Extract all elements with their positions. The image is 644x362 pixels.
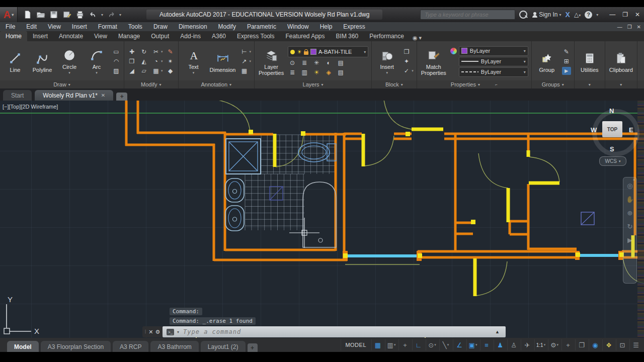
dialog-launcher-icon[interactable]: ⌐: [495, 82, 498, 87]
menu-format[interactable]: Format: [93, 23, 123, 30]
ribbon-tab-featured-apps[interactable]: Featured Apps: [280, 31, 330, 41]
edit-block-tool-icon[interactable]: ✦: [402, 57, 411, 65]
plot-icon[interactable]: [75, 10, 85, 20]
ribbon-tab-annotate[interactable]: Annotate: [53, 31, 89, 41]
steering-wheel-icon[interactable]: ◎: [627, 183, 632, 189]
redo-icon[interactable]: [106, 10, 116, 20]
menu-file[interactable]: File: [0, 23, 21, 30]
create-block-tool-icon[interactable]: ❐: [402, 48, 411, 56]
clean-screen-icon[interactable]: ⊡: [616, 339, 628, 350]
new-file-icon[interactable]: [23, 10, 33, 20]
layout-tab-a3-rcp[interactable]: A3 RCP: [113, 341, 148, 352]
chevron-down-icon[interactable]: ▾: [524, 49, 526, 53]
layer-on-icon[interactable]: ☀: [312, 68, 321, 76]
sign-in-button[interactable]: Sign In ▾: [532, 11, 561, 18]
close-button[interactable]: ✕: [635, 11, 640, 18]
zoom-icon[interactable]: ⊕: [627, 210, 633, 216]
copy-tool-icon[interactable]: ❐: [127, 57, 136, 65]
layer-off-icon[interactable]: ✳: [312, 59, 321, 67]
ribbon-tab-manage[interactable]: Manage: [113, 31, 145, 41]
layout-tab-a3-floorplan-section[interactable]: A3 Floorplan Section: [41, 341, 111, 352]
group-button[interactable]: Group: [535, 49, 559, 73]
orbit-icon[interactable]: ↻: [627, 223, 633, 230]
panel-title-groups[interactable]: Groups▾: [532, 80, 574, 88]
menu-help[interactable]: Help: [314, 23, 338, 30]
wcs-menu[interactable]: WCS▾: [599, 156, 626, 166]
move-tool-icon[interactable]: ✚: [127, 48, 136, 56]
chevron-down-icon[interactable]: ▾: [161, 69, 163, 73]
snap-mode-icon[interactable]: ▥▾: [385, 339, 397, 350]
ortho-mode-icon[interactable]: ∟: [412, 339, 425, 350]
layer-color-swatch[interactable]: [310, 49, 316, 55]
close-icon[interactable]: ✕: [101, 93, 105, 98]
mirror-tool-icon[interactable]: ◭: [139, 57, 148, 65]
grid-display-icon[interactable]: ▦: [371, 339, 384, 350]
layer-thaw-icon[interactable]: ☀: [297, 50, 302, 54]
help-search-box[interactable]: [420, 10, 515, 20]
command-input[interactable]: [182, 328, 492, 336]
view-button[interactable]: View: [640, 49, 644, 73]
new-layout-button[interactable]: +: [248, 343, 258, 352]
lineweight-display-icon[interactable]: ≡: [480, 339, 493, 350]
trim-tool-icon[interactable]: ✂: [151, 48, 160, 56]
wrench-icon[interactable]: ⚙: [155, 329, 160, 335]
offset-tool-icon[interactable]: ◆: [166, 67, 175, 75]
layer-lock-icon[interactable]: ◐: [324, 59, 333, 67]
ribbon-display-options[interactable]: ◉ ▾: [413, 35, 422, 41]
chevron-down-icon[interactable]: ▾: [101, 13, 103, 17]
isolate-objects-icon[interactable]: ❖: [602, 339, 615, 350]
linetype-dropdown[interactable]: ByLayer▾: [459, 67, 528, 77]
isometric-drafting-icon[interactable]: ╲▾: [439, 339, 452, 350]
object-color-dropdown[interactable]: ByLayer▾: [459, 46, 528, 56]
viewcube-south[interactable]: S: [610, 145, 614, 153]
layer-walk-icon[interactable]: ▤: [336, 68, 345, 76]
panel-title-annotation[interactable]: Annotation▾: [179, 80, 254, 88]
a360-icon[interactable]: △▾: [574, 11, 581, 18]
minimize-drawing-button[interactable]: —: [617, 24, 622, 30]
viewcube-top-face[interactable]: TOP: [602, 121, 622, 137]
viewcube-west[interactable]: W: [591, 126, 597, 134]
panel-title-modify[interactable]: Modify▾: [124, 80, 178, 88]
chevron-down-icon[interactable]: ▾: [177, 330, 179, 334]
file-tab-start[interactable]: Start: [3, 90, 32, 101]
drag-handle[interactable]: ⁞: [145, 329, 147, 334]
menu-view[interactable]: View: [42, 23, 66, 30]
layer-properties-button[interactable]: Layer Properties: [258, 46, 285, 76]
ribbon-tab-a360[interactable]: A360: [206, 31, 231, 41]
restore-button[interactable]: ❐: [622, 11, 628, 18]
ribbon-tab-bim-360[interactable]: BIM 360: [331, 31, 364, 41]
restore-drawing-button[interactable]: ❐: [627, 24, 632, 30]
object-snap-icon[interactable]: ▣▾: [466, 339, 479, 350]
recent-commands-icon[interactable]: ▲: [495, 329, 502, 334]
layer-dropdown[interactable]: ☀A-BATH-TILE▾: [288, 46, 368, 57]
group-selection-toggle-icon[interactable]: ►: [562, 67, 571, 75]
dimension-button[interactable]: Dimension: [209, 49, 237, 73]
help-icon[interactable]: ?: [585, 11, 592, 19]
ellipse-tool-icon[interactable]: ◠: [112, 57, 121, 65]
fillet-tool-icon[interactable]: ◔: [151, 57, 160, 65]
annotation-monitor-icon[interactable]: +: [561, 339, 574, 350]
annotation-scale-sync-icon[interactable]: ✈: [521, 339, 533, 350]
search-input[interactable]: [424, 11, 512, 18]
menu-modify[interactable]: Modify: [213, 23, 242, 30]
save-as-icon[interactable]: [62, 10, 72, 20]
infer-constraints-icon[interactable]: +: [398, 339, 411, 350]
minimize-button[interactable]: —: [609, 11, 615, 18]
hardware-acceleration-icon[interactable]: ◉: [589, 339, 601, 350]
ribbon-tab-home[interactable]: Home: [0, 31, 27, 41]
layer-thaw-icon[interactable]: ▥: [300, 68, 309, 76]
layer-unlock-icon[interactable]: [304, 51, 308, 55]
exchange-apps-icon[interactable]: X: [566, 11, 570, 19]
layout-tab-a3-bathrrom[interactable]: A3 Bathrrom: [150, 341, 198, 352]
layer-on-icon[interactable]: [290, 50, 295, 54]
panel-title-block[interactable]: Block▾: [372, 80, 417, 88]
table-tool-icon[interactable]: ▦: [239, 67, 249, 75]
chevron-down-icon[interactable]: ▾: [119, 13, 121, 17]
layer-match-icon[interactable]: ▤: [336, 59, 345, 67]
chevron-down-icon[interactable]: ▾: [364, 50, 366, 54]
command-input-area[interactable]: >_ ▾ ▲: [163, 326, 506, 337]
explode-tool-icon[interactable]: ✴: [166, 57, 175, 65]
stretch-tool-icon[interactable]: ◢: [127, 67, 136, 75]
array-tool-icon[interactable]: ▦: [151, 67, 160, 75]
color-wheel-icon[interactable]: [450, 48, 457, 54]
